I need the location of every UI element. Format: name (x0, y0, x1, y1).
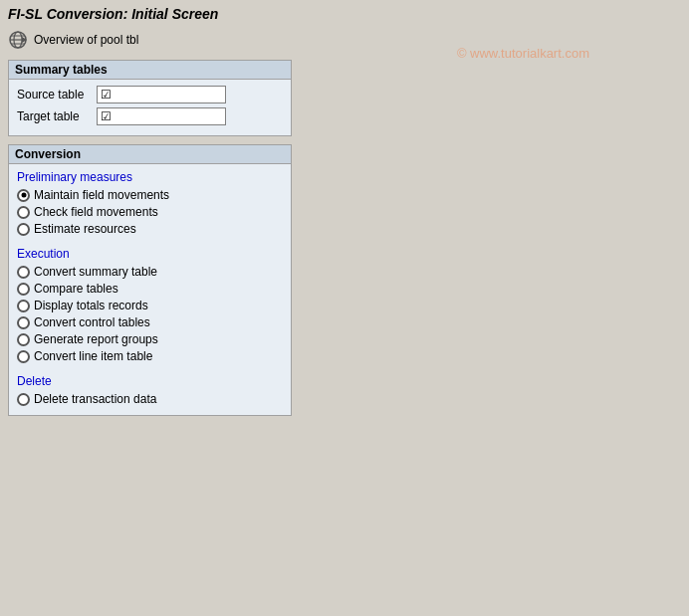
radio-label-maintain: Maintain field movements (34, 188, 169, 202)
summary-tables-content: Source table ☑ Target table ☑ (9, 80, 291, 135)
target-table-input[interactable]: ☑ (97, 107, 226, 125)
radio-row-convert-summary: Convert summary table (17, 265, 283, 279)
radio-label-delete-transaction: Delete transaction data (34, 392, 156, 406)
radio-delete-transaction[interactable] (17, 393, 30, 406)
radio-compare[interactable] (17, 283, 30, 296)
radio-convert-line[interactable] (17, 350, 30, 363)
radio-convert-summary[interactable] (17, 266, 30, 279)
delete-link[interactable]: Delete (17, 374, 283, 388)
radio-label-convert-summary: Convert summary table (34, 265, 157, 279)
radio-row-check: Check field movements (17, 205, 283, 219)
summary-tables-header: Summary tables (9, 61, 291, 80)
execution-radio-group: Convert summary tableCompare tablesDispl… (17, 265, 283, 363)
overview-icon[interactable] (8, 30, 28, 50)
preliminary-measures-link[interactable]: Preliminary measures (17, 170, 283, 184)
radio-generate-report[interactable] (17, 333, 30, 346)
radio-convert-control[interactable] (17, 316, 30, 329)
radio-label-convert-control: Convert control tables (34, 315, 150, 329)
radio-row-compare: Compare tables (17, 282, 283, 296)
radio-display-totals[interactable] (17, 300, 30, 312)
source-table-row: Source table ☑ (17, 86, 283, 103)
radio-row-convert-control: Convert control tables (17, 315, 283, 329)
radio-label-convert-line: Convert line item table (34, 349, 152, 363)
toolbar-text: Overview of pool tbl (34, 33, 138, 47)
toolbar: Overview of pool tbl (0, 26, 689, 54)
delete-radio-group: Delete transaction data (17, 392, 283, 406)
radio-row-maintain: Maintain field movements (17, 188, 283, 202)
radio-maintain[interactable] (17, 189, 30, 202)
conversion-section: Conversion Preliminary measures Maintain… (8, 144, 292, 416)
radio-label-check: Check field movements (34, 205, 158, 219)
radio-check[interactable] (17, 206, 30, 219)
summary-tables-section: Summary tables Source table ☑ Target tab… (8, 60, 292, 136)
radio-label-generate-report: Generate report groups (34, 332, 158, 346)
execution-link[interactable]: Execution (17, 247, 283, 261)
source-table-checkbox[interactable]: ☑ (101, 88, 112, 102)
radio-label-compare: Compare tables (34, 282, 118, 296)
page-title: FI-SL Conversion: Initial Screen (0, 0, 689, 26)
preliminary-radio-group: Maintain field movementsCheck field move… (17, 188, 283, 236)
radio-label-display-totals: Display totals records (34, 299, 148, 312)
radio-row-generate-report: Generate report groups (17, 332, 283, 346)
source-table-input[interactable]: ☑ (97, 86, 226, 103)
source-table-label: Source table (17, 88, 97, 102)
radio-row-convert-line: Convert line item table (17, 349, 283, 363)
conversion-header: Conversion (9, 145, 291, 164)
target-table-row: Target table ☑ (17, 107, 283, 125)
target-table-label: Target table (17, 109, 97, 123)
conversion-content: Preliminary measures Maintain field move… (9, 164, 291, 415)
radio-estimate[interactable] (17, 223, 30, 236)
target-table-checkbox[interactable]: ☑ (101, 109, 112, 123)
main-content: Summary tables Source table ☑ Target tab… (0, 54, 689, 430)
radio-row-display-totals: Display totals records (17, 299, 283, 312)
radio-label-estimate: Estimate resources (34, 222, 136, 236)
radio-row-delete-transaction: Delete transaction data (17, 392, 283, 406)
radio-row-estimate: Estimate resources (17, 222, 283, 236)
